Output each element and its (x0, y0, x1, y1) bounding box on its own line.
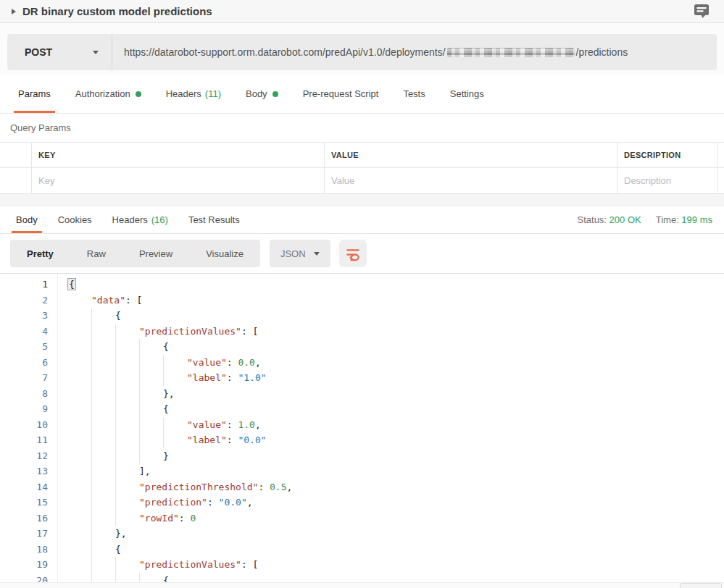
query-params-table: KEYVALUEDESCRIPTION KeyValueDescription (0, 142, 724, 194)
response-tab-headers[interactable]: Headers(16) (108, 206, 172, 233)
code-token: "data" (91, 295, 125, 306)
code-token: ], (139, 466, 151, 476)
view-mode-visualize[interactable]: Visualize (189, 248, 260, 259)
view-mode-preview[interactable]: Preview (122, 248, 189, 259)
wrap-text-button[interactable] (339, 240, 367, 267)
json-code: {"data": [{"predictionValues": [{"value"… (58, 274, 724, 588)
status-value: 200 OK (609, 214, 641, 225)
line-number: 15 (0, 495, 48, 511)
value-input[interactable]: Value (325, 168, 617, 193)
indent-guide (115, 417, 139, 433)
description-input[interactable]: Description (617, 168, 717, 193)
tab-label: Pre-request Script (303, 88, 379, 99)
indent-guide (91, 417, 115, 433)
line-number: 13 (0, 463, 48, 479)
line-number: 8 (0, 386, 48, 402)
view-mode-pretty[interactable]: Pretty (10, 248, 70, 259)
table-filler-cell (717, 168, 724, 193)
indent-guide (91, 448, 115, 464)
indent-guide (115, 339, 139, 355)
code-token: : (227, 372, 238, 383)
request-tab-authorization[interactable]: Authorization (71, 75, 146, 113)
indent-guide (115, 463, 139, 479)
line-number: 3 (0, 308, 48, 324)
time-indicator: Time: 199 ms (656, 214, 712, 225)
indent-guide (67, 401, 91, 417)
request-bar: POST https://datarobot-support.orm.datar… (7, 34, 717, 70)
time-value: 199 ms (681, 214, 712, 225)
code-token: : (179, 513, 191, 524)
request-tab-headers[interactable]: Headers(11) (162, 75, 225, 113)
time-label: Time: (656, 214, 679, 225)
tab-label: Authorization (75, 88, 130, 99)
chevron-down-icon (314, 252, 320, 256)
code-line: "rowId": 0 (67, 511, 724, 526)
line-number: 7 (0, 370, 48, 386)
response-tab-cookies[interactable]: Cookies (54, 206, 96, 233)
code-token: "0.0" (219, 497, 247, 508)
code-token: : [ (241, 559, 258, 570)
comments-button[interactable] (694, 4, 710, 19)
response-body-viewer[interactable]: 1234567891011121314151617181920 {"data":… (0, 274, 724, 588)
response-tabs: BodyCookiesHeaders(16)Test Results (6, 206, 250, 233)
request-tab-pre-request-script[interactable]: Pre-request Script (299, 75, 383, 113)
code-line: "label": "1.0" (67, 370, 724, 386)
indent-guide (139, 417, 163, 433)
indent-guide (91, 308, 115, 324)
request-header: DR binary custom model predictions (0, 0, 724, 23)
code-token: } (163, 450, 169, 461)
response-tab-test-results[interactable]: Test Results (184, 206, 244, 233)
scrollbar-thumb[interactable] (680, 583, 722, 588)
format-dropdown[interactable]: JSON (270, 240, 330, 267)
indent-guide (91, 495, 115, 511)
indent-guide (67, 308, 91, 324)
indent-guide (91, 479, 115, 495)
key-input[interactable]: Key (32, 168, 325, 193)
code-token: "1.0" (238, 372, 266, 383)
horizontal-scrollbar[interactable] (0, 582, 724, 588)
code-token: "rowId" (139, 513, 179, 524)
row-select-column[interactable] (0, 168, 32, 193)
tab-count: (16) (151, 214, 168, 225)
request-tabs: ParamsAuthorizationHeaders(11)BodyPre-re… (0, 75, 724, 114)
indent-guide (115, 448, 139, 464)
response-tab-body[interactable]: Body (12, 206, 42, 233)
code-token: { (115, 544, 121, 555)
indent-guide (115, 479, 139, 495)
code-line: }, (67, 526, 724, 542)
indent-guide (67, 417, 91, 433)
indent-guide (67, 355, 91, 371)
code-token: , (287, 482, 293, 492)
view-mode-raw[interactable]: Raw (70, 248, 122, 259)
line-number: 14 (0, 479, 48, 495)
indent-guide (91, 542, 115, 558)
indent-guide (163, 432, 187, 448)
request-tab-settings[interactable]: Settings (446, 75, 488, 113)
url-input[interactable]: https://datarobot-support.orm.datarobot.… (112, 46, 717, 58)
code-token: "label" (187, 372, 227, 383)
indent-guide (91, 386, 115, 402)
code-line: { (67, 277, 724, 293)
indent-guide (115, 511, 139, 526)
line-number: 11 (0, 432, 48, 448)
green-status-dot (136, 91, 141, 97)
request-tab-body[interactable]: Body (241, 75, 283, 113)
indent-guide (67, 526, 91, 542)
code-token: : [ (241, 326, 258, 337)
collapse-caret-icon[interactable] (12, 9, 16, 14)
table-header-row: KEYVALUEDESCRIPTION (0, 143, 724, 168)
indent-guide (67, 293, 91, 308)
indent-guide (163, 370, 187, 386)
method-label: POST (25, 46, 52, 58)
request-tab-params[interactable]: Params (14, 75, 55, 113)
request-tab-tests[interactable]: Tests (399, 75, 429, 113)
tab-label: Cookies (58, 214, 92, 225)
code-line: "value": 0.0, (67, 355, 724, 371)
method-selector[interactable]: POST (7, 34, 112, 70)
indent-guide (91, 401, 115, 417)
tab-label: Body (246, 88, 267, 99)
code-token: : [ (125, 295, 142, 306)
indent-guide (67, 448, 91, 464)
tab-label: Headers (112, 214, 148, 225)
table-filler-cell (717, 143, 724, 167)
